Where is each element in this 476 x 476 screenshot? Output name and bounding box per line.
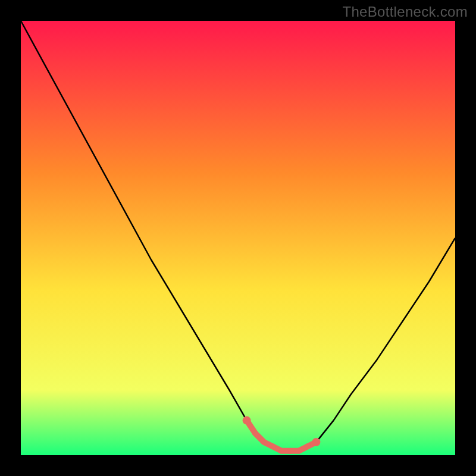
plot-svg <box>21 21 455 455</box>
highlight-dot-start <box>243 416 251 425</box>
highlight-dot-mid <box>305 443 311 449</box>
highlight-dot-mid <box>252 431 258 437</box>
highlight-dot-mid <box>287 448 293 454</box>
gradient-background <box>21 21 455 455</box>
highlight-dot-mid <box>270 443 275 449</box>
plot-area <box>21 21 455 455</box>
chart-frame: TheBottleneck.com <box>0 0 476 476</box>
highlight-dot-end <box>312 438 320 446</box>
watermark-text: TheBottleneck.com <box>342 4 468 20</box>
